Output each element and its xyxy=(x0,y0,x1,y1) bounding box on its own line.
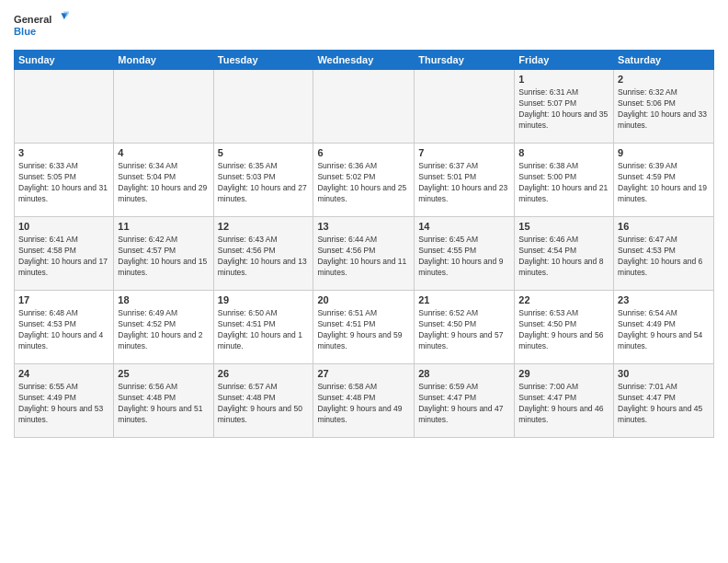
day-info: Sunrise: 6:41 AM xyxy=(18,235,109,246)
day-number: 25 xyxy=(118,367,209,381)
day-info: Sunrise: 6:56 AM xyxy=(118,382,209,393)
calendar-day xyxy=(313,70,415,144)
day-number: 6 xyxy=(317,146,410,160)
calendar-day: 16Sunrise: 6:47 AMSunset: 4:53 PMDayligh… xyxy=(614,217,714,291)
day-info: Sunrise: 6:49 AM xyxy=(118,308,209,319)
day-info: Sunset: 4:50 PM xyxy=(518,319,609,330)
day-info: Sunset: 4:47 PM xyxy=(418,393,510,404)
day-info: Daylight: 10 hours and 2 minutes. xyxy=(118,330,209,352)
day-info: Sunset: 4:59 PM xyxy=(618,172,710,183)
day-info: Daylight: 10 hours and 31 minutes. xyxy=(18,183,109,205)
day-number: 24 xyxy=(18,367,109,381)
day-info: Daylight: 9 hours and 50 minutes. xyxy=(218,404,310,426)
day-number: 13 xyxy=(317,220,410,234)
day-number: 28 xyxy=(418,367,510,381)
calendar-header-saturday: Saturday xyxy=(614,51,714,70)
calendar-day: 28Sunrise: 6:59 AMSunset: 4:47 PMDayligh… xyxy=(415,364,515,438)
calendar-day xyxy=(213,70,313,144)
calendar-day xyxy=(415,70,515,144)
day-number: 30 xyxy=(618,367,710,381)
day-info: Sunset: 4:49 PM xyxy=(618,319,710,330)
day-info: Sunset: 4:57 PM xyxy=(118,246,209,257)
calendar-header-friday: Friday xyxy=(515,51,614,70)
calendar-day: 8Sunrise: 6:38 AMSunset: 5:00 PMDaylight… xyxy=(515,144,614,217)
day-info: Sunrise: 6:35 AM xyxy=(218,161,310,172)
day-info: Sunrise: 6:39 AM xyxy=(618,161,710,172)
day-info: Sunset: 5:03 PM xyxy=(218,172,310,183)
calendar-day: 24Sunrise: 6:55 AMSunset: 4:49 PMDayligh… xyxy=(15,364,114,438)
day-number: 11 xyxy=(118,220,209,234)
calendar-day: 7Sunrise: 6:37 AMSunset: 5:01 PMDaylight… xyxy=(415,144,515,217)
day-info: Sunset: 5:01 PM xyxy=(418,172,510,183)
calendar-header-thursday: Thursday xyxy=(415,51,515,70)
day-info: Sunrise: 6:46 AM xyxy=(518,235,609,246)
calendar-day xyxy=(114,70,213,144)
day-number: 19 xyxy=(218,293,310,307)
day-info: Daylight: 9 hours and 47 minutes. xyxy=(418,404,510,426)
day-info: Daylight: 10 hours and 33 minutes. xyxy=(618,109,710,132)
day-info: Sunrise: 6:47 AM xyxy=(618,235,710,246)
calendar-day: 14Sunrise: 6:45 AMSunset: 4:55 PMDayligh… xyxy=(415,217,515,291)
day-info: Sunrise: 6:33 AM xyxy=(18,161,109,172)
day-info: Sunset: 4:58 PM xyxy=(18,246,109,257)
day-number: 17 xyxy=(18,293,109,307)
day-info: Sunrise: 6:45 AM xyxy=(418,235,510,246)
calendar-day: 15Sunrise: 6:46 AMSunset: 4:54 PMDayligh… xyxy=(515,217,614,291)
day-info: Sunset: 5:00 PM xyxy=(518,172,609,183)
calendar-day: 20Sunrise: 6:51 AMSunset: 4:51 PMDayligh… xyxy=(313,291,415,364)
day-info: Sunset: 4:52 PM xyxy=(118,319,209,330)
day-info: Daylight: 10 hours and 35 minutes. xyxy=(518,109,609,132)
day-info: Daylight: 9 hours and 49 minutes. xyxy=(317,404,410,426)
calendar-day: 9Sunrise: 6:39 AMSunset: 4:59 PMDaylight… xyxy=(614,144,714,217)
day-info: Daylight: 9 hours and 56 minutes. xyxy=(518,330,609,352)
day-info: Sunrise: 6:48 AM xyxy=(18,308,109,319)
day-info: Sunset: 5:02 PM xyxy=(317,172,410,183)
day-info: Sunrise: 6:32 AM xyxy=(618,87,710,98)
calendar-day: 1Sunrise: 6:31 AMSunset: 5:07 PMDaylight… xyxy=(515,70,614,144)
day-info: Sunset: 5:07 PM xyxy=(518,98,609,109)
day-number: 2 xyxy=(618,73,710,86)
calendar-day: 27Sunrise: 6:58 AMSunset: 4:48 PMDayligh… xyxy=(313,364,415,438)
day-number: 27 xyxy=(317,367,410,381)
day-info: Sunset: 4:48 PM xyxy=(317,393,410,404)
day-number: 7 xyxy=(418,146,510,160)
calendar-week-3: 17Sunrise: 6:48 AMSunset: 4:53 PMDayligh… xyxy=(15,291,714,364)
calendar-day: 6Sunrise: 6:36 AMSunset: 5:02 PMDaylight… xyxy=(313,144,415,217)
calendar-week-2: 10Sunrise: 6:41 AMSunset: 4:58 PMDayligh… xyxy=(15,217,714,291)
day-number: 18 xyxy=(118,293,209,307)
day-number: 1 xyxy=(518,73,609,86)
calendar-day: 10Sunrise: 6:41 AMSunset: 4:58 PMDayligh… xyxy=(15,217,114,291)
day-info: Sunrise: 6:54 AM xyxy=(618,308,710,319)
day-info: Daylight: 9 hours and 54 minutes. xyxy=(618,330,710,352)
day-info: Sunset: 4:51 PM xyxy=(218,319,310,330)
calendar-header-monday: Monday xyxy=(114,51,213,70)
day-info: Sunset: 4:50 PM xyxy=(418,319,510,330)
day-info: Sunset: 4:48 PM xyxy=(218,393,310,404)
svg-text:General: General xyxy=(14,14,51,25)
calendar-table: SundayMondayTuesdayWednesdayThursdayFrid… xyxy=(14,50,714,438)
day-info: Daylight: 10 hours and 19 minutes. xyxy=(618,183,710,205)
calendar-week-4: 24Sunrise: 6:55 AMSunset: 4:49 PMDayligh… xyxy=(15,364,714,438)
day-info: Sunset: 4:56 PM xyxy=(317,246,410,257)
calendar-day: 18Sunrise: 6:49 AMSunset: 4:52 PMDayligh… xyxy=(114,291,213,364)
day-info: Daylight: 10 hours and 11 minutes. xyxy=(317,257,410,279)
logo-svg: General Blue xyxy=(14,9,69,42)
day-number: 8 xyxy=(518,146,609,160)
day-number: 4 xyxy=(118,146,209,160)
svg-text:Blue: Blue xyxy=(14,26,36,37)
day-info: Sunrise: 6:55 AM xyxy=(18,382,109,393)
day-info: Daylight: 10 hours and 13 minutes. xyxy=(218,257,310,279)
day-info: Daylight: 10 hours and 6 minutes. xyxy=(618,257,710,279)
day-info: Sunset: 5:04 PM xyxy=(118,172,209,183)
day-info: Sunrise: 6:34 AM xyxy=(118,161,209,172)
day-info: Sunset: 4:49 PM xyxy=(18,393,109,404)
calendar-day: 3Sunrise: 6:33 AMSunset: 5:05 PMDaylight… xyxy=(15,144,114,217)
day-info: Daylight: 10 hours and 1 minute. xyxy=(218,330,310,352)
day-number: 14 xyxy=(418,220,510,234)
day-info: Daylight: 10 hours and 29 minutes. xyxy=(118,183,209,205)
calendar-header-tuesday: Tuesday xyxy=(213,51,313,70)
day-number: 16 xyxy=(618,220,710,234)
day-info: Daylight: 10 hours and 15 minutes. xyxy=(118,257,209,279)
calendar-day: 30Sunrise: 7:01 AMSunset: 4:47 PMDayligh… xyxy=(614,364,714,438)
calendar-day: 5Sunrise: 6:35 AMSunset: 5:03 PMDaylight… xyxy=(213,144,313,217)
